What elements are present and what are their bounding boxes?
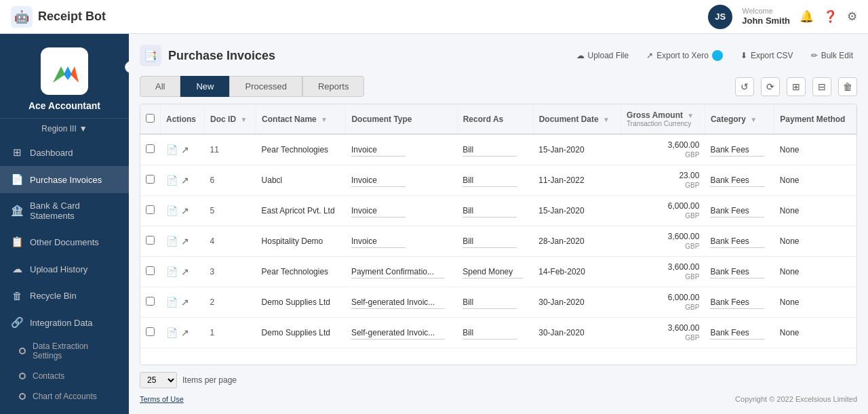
row-checkbox[interactable] bbox=[146, 236, 155, 245]
sidebar-item-contacts[interactable]: Contacts bbox=[0, 366, 129, 386]
view-doc-icon[interactable]: 📄 bbox=[166, 175, 178, 186]
share-icon[interactable]: ↗ bbox=[181, 175, 189, 186]
row-doc-id: 5 bbox=[205, 196, 256, 226]
sidebar-item-recycle-bin[interactable]: 🗑 Recycle Bin bbox=[0, 283, 129, 309]
export-xero-button[interactable]: ↗ Export to Xero bbox=[642, 47, 727, 64]
sub-item-bullet-icon bbox=[19, 393, 26, 400]
integration-icon: 🔗 bbox=[11, 316, 23, 329]
row-category: Bank Fees bbox=[705, 134, 774, 165]
th-actions: Actions bbox=[161, 104, 205, 134]
refresh-icon[interactable]: ↺ bbox=[735, 77, 754, 96]
sidebar-item-integration-data[interactable]: 🔗 Integration Data bbox=[0, 309, 129, 336]
terms-link[interactable]: Terms of Use bbox=[140, 395, 184, 403]
sidebar-item-chart-of-accounts[interactable]: Chart of Accounts bbox=[0, 386, 129, 407]
upload-file-button[interactable]: ☁ Upload File bbox=[572, 48, 633, 63]
category-select[interactable]: Bank Fees bbox=[710, 327, 764, 339]
share-icon[interactable]: ↗ bbox=[181, 144, 189, 155]
record-as-select[interactable]: Bill bbox=[462, 174, 517, 187]
table-row: 📄 ↗ 3 Pear Technologies Payment Confirma… bbox=[140, 257, 856, 287]
record-as-select[interactable]: Bill bbox=[462, 327, 517, 339]
row-category: Bank Fees bbox=[705, 196, 774, 226]
category-select[interactable]: Bank Fees bbox=[710, 266, 764, 278]
sidebar-item-data-extraction[interactable]: Data Extraction Settings bbox=[0, 336, 129, 366]
share-icon[interactable]: ↗ bbox=[181, 297, 189, 308]
tab-reports[interactable]: Reports bbox=[302, 76, 365, 97]
row-gross-amount: 3,600.00 GBP bbox=[621, 134, 705, 165]
purchase-invoices-icon: 📄 bbox=[11, 173, 23, 186]
row-doc-id: 2 bbox=[205, 287, 256, 318]
view-doc-icon[interactable]: 📄 bbox=[166, 297, 178, 308]
record-as-select[interactable]: Bill bbox=[462, 144, 517, 157]
row-document-date: 30-Jan-2020 bbox=[533, 318, 620, 348]
region-label: Region III bbox=[41, 124, 76, 133]
record-as-select[interactable]: Bill bbox=[462, 235, 517, 248]
notifications-icon[interactable]: 🔔 bbox=[800, 9, 814, 24]
tab-all[interactable]: All bbox=[140, 76, 180, 97]
view-doc-icon[interactable]: 📄 bbox=[166, 144, 178, 155]
row-document-type: Invoice bbox=[346, 134, 457, 165]
columns-icon[interactable]: ⊞ bbox=[787, 77, 806, 96]
share-icon[interactable]: ↗ bbox=[181, 205, 189, 216]
bank-card-icon: 🏦 bbox=[11, 205, 23, 217]
row-checkbox[interactable] bbox=[146, 175, 155, 184]
category-select[interactable]: Bank Fees bbox=[710, 296, 764, 309]
main-layout: ◀ Ace Accountant Region III ▼ ⊞ bbox=[0, 34, 868, 414]
document-type-select[interactable]: Payment Confirmatio... bbox=[351, 266, 444, 278]
row-checkbox[interactable] bbox=[146, 327, 155, 336]
document-type-select[interactable]: Self-generated Invoic... bbox=[351, 296, 445, 309]
select-all-checkbox[interactable] bbox=[146, 114, 155, 123]
document-type-select[interactable]: Invoice bbox=[351, 235, 406, 248]
document-type-select[interactable]: Invoice bbox=[351, 205, 406, 218]
welcome-text: Welcome John Smith bbox=[742, 6, 790, 27]
filter-icon[interactable]: ⊟ bbox=[812, 77, 831, 96]
view-doc-icon[interactable]: 📄 bbox=[166, 236, 178, 247]
sidebar-sub-item-label: Chart of Accounts bbox=[33, 392, 97, 401]
logo-area: 🤖 Receipt Bot bbox=[11, 6, 106, 28]
share-icon[interactable]: ↗ bbox=[181, 327, 189, 338]
export-csv-button[interactable]: ⬇ Export CSV bbox=[736, 48, 797, 63]
document-type-select[interactable]: Invoice bbox=[351, 144, 406, 157]
row-checkbox[interactable] bbox=[146, 266, 155, 275]
region-chevron-icon: ▼ bbox=[79, 124, 87, 133]
bulk-edit-button[interactable]: ✏ Bulk Edit bbox=[807, 48, 857, 63]
tab-new[interactable]: New bbox=[180, 76, 229, 97]
row-checkbox[interactable] bbox=[146, 297, 155, 306]
sidebar-item-dashboard[interactable]: ⊞ Dashboard bbox=[0, 139, 129, 166]
row-checkbox[interactable] bbox=[146, 205, 155, 214]
share-icon[interactable]: ↗ bbox=[181, 266, 189, 277]
category-select[interactable]: Bank Fees bbox=[710, 144, 764, 157]
row-document-type: Invoice bbox=[346, 165, 457, 196]
sidebar-item-bank-card[interactable]: 🏦 Bank & Card Statements bbox=[0, 193, 129, 228]
row-checkbox[interactable] bbox=[146, 144, 155, 153]
record-as-select[interactable]: Bill bbox=[462, 205, 517, 218]
category-select[interactable]: Bank Fees bbox=[710, 174, 764, 187]
view-doc-icon[interactable]: 📄 bbox=[166, 266, 178, 277]
refresh-icon2[interactable]: ⟳ bbox=[761, 77, 780, 96]
row-doc-id: 1 bbox=[205, 318, 256, 348]
invoice-table: Actions Doc ID ▼ Contact Name ▼ Document… bbox=[140, 104, 856, 348]
main-content: 📑 Purchase Invoices ☁ Upload File ↗ Expo… bbox=[129, 34, 868, 414]
items-per-page-select[interactable]: 25 50 100 bbox=[140, 372, 177, 388]
document-type-select[interactable]: Self-generated Invoic... bbox=[351, 327, 445, 339]
row-payment-method: None bbox=[774, 134, 856, 165]
sidebar-item-label: Other Documents bbox=[30, 237, 99, 247]
view-doc-icon[interactable]: 📄 bbox=[166, 327, 178, 338]
view-doc-icon[interactable]: 📄 bbox=[166, 205, 178, 216]
share-icon[interactable]: ↗ bbox=[181, 236, 189, 247]
export-xero-icon: ↗ bbox=[646, 51, 653, 60]
sidebar-sub-item-label: Contacts bbox=[33, 371, 64, 381]
delete-icon[interactable]: 🗑 bbox=[838, 77, 857, 96]
settings-icon[interactable]: ⚙ bbox=[847, 9, 857, 24]
sidebar-item-purchase-invoices[interactable]: 📄 Purchase Invoices bbox=[0, 166, 129, 193]
region-selector[interactable]: Region III ▼ bbox=[0, 119, 129, 139]
category-select[interactable]: Bank Fees bbox=[710, 205, 764, 218]
category-select[interactable]: Bank Fees bbox=[710, 235, 764, 248]
sidebar-item-upload-history[interactable]: ☁ Upload History bbox=[0, 255, 129, 283]
record-as-select[interactable]: Spend Money bbox=[462, 266, 523, 278]
tab-processed[interactable]: Processed bbox=[229, 76, 302, 97]
record-as-select[interactable]: Bill bbox=[462, 296, 517, 309]
sidebar-item-other-documents[interactable]: 📋 Other Documents bbox=[0, 228, 129, 255]
row-payment-method: None bbox=[774, 196, 856, 226]
document-type-select[interactable]: Invoice bbox=[351, 174, 406, 187]
help-icon[interactable]: ❓ bbox=[823, 9, 837, 24]
